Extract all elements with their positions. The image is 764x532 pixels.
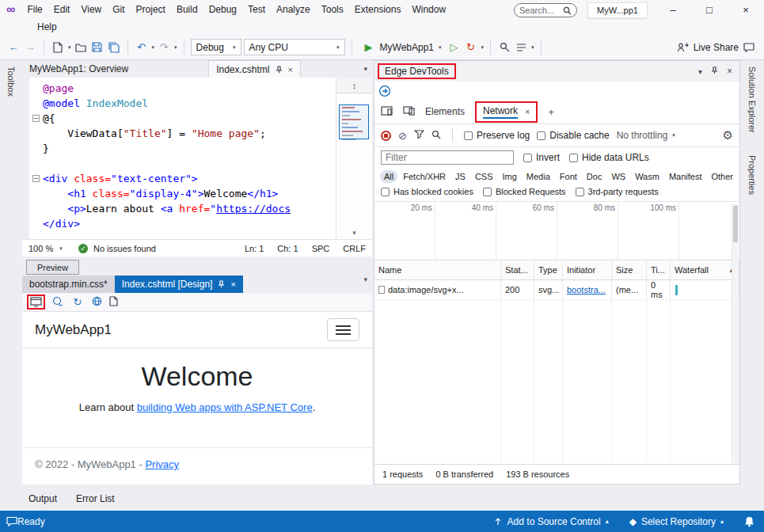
redo-icon[interactable]: ↷ — [157, 40, 171, 55]
tab-elements[interactable]: Elements — [425, 106, 465, 117]
undo-icon[interactable]: ↶ — [135, 40, 149, 55]
save-icon[interactable] — [90, 40, 105, 55]
menu-debug[interactable]: Debug — [203, 2, 242, 17]
source-file-icon[interactable] — [109, 295, 118, 310]
tab-list-caret-icon[interactable]: ▾ — [363, 65, 372, 73]
menu-file[interactable]: File — [21, 2, 48, 17]
feedback-button[interactable] — [0, 516, 17, 526]
configuration-dropdown[interactable]: Debug ▾ — [191, 39, 241, 55]
initiator-link[interactable]: bootstra... — [567, 285, 606, 294]
open-target-icon[interactable] — [378, 85, 391, 97]
code-editor[interactable]: @page@model IndexModel−@{ ViewData["Titl… — [22, 78, 372, 239]
pill-manifest[interactable]: Manifest — [665, 170, 706, 183]
checkbox-has-blocked-cookies[interactable]: Has blocked cookies — [381, 187, 473, 196]
notifications-button[interactable] — [744, 516, 754, 527]
pin-icon[interactable] — [711, 66, 718, 76]
column-header-type[interactable]: Type — [534, 260, 563, 279]
column-header-ti[interactable]: Ti... — [647, 260, 671, 279]
pin-icon[interactable] — [276, 66, 283, 74]
breakpoint-margin[interactable] — [22, 78, 29, 239]
column-header-name[interactable]: Name — [374, 260, 501, 279]
platform-dropdown[interactable]: Any CPU ▾ — [244, 39, 345, 55]
minimap-scrollbar[interactable]: ↕ ▾ — [336, 78, 372, 239]
tab-index-design[interactable]: Index.cshtml [Design] × — [115, 276, 243, 293]
window-position-caret-icon[interactable]: ▾ — [698, 67, 702, 76]
toggle-screencast-icon[interactable] — [381, 106, 393, 118]
line-ending-indicator[interactable]: CRLF — [343, 244, 366, 253]
minimize-button[interactable]: – — [655, 0, 691, 19]
navigate-forward-button[interactable]: → — [23, 40, 37, 55]
new-file-caret-icon[interactable]: ▾ — [68, 44, 71, 51]
new-file-icon[interactable] — [51, 40, 65, 55]
select-repository-button[interactable]: ◆ Select Repository ▴ — [629, 516, 724, 527]
feedback-icon[interactable] — [743, 42, 754, 52]
hamburger-menu-button[interactable] — [327, 318, 359, 341]
site-brand-link[interactable]: MyWebApp1 — [35, 322, 112, 338]
pill-ws[interactable]: WS — [607, 170, 629, 183]
close-button[interactable]: × — [728, 0, 764, 19]
network-request-row[interactable]: data:image/svg+x...200svg...bootstra...(… — [374, 280, 739, 300]
menu-edit[interactable]: Edit — [48, 2, 76, 17]
close-tab-icon[interactable]: × — [525, 107, 530, 116]
tab-list-caret-icon[interactable]: ▾ — [363, 276, 372, 293]
menu-test[interactable]: Test — [242, 2, 271, 17]
properties-tab[interactable]: Properties — [747, 155, 757, 195]
pill-fetch-xhr[interactable]: Fetch/XHR — [399, 170, 450, 183]
preview-button[interactable]: Preview — [26, 260, 79, 275]
device-emulation-icon[interactable] — [403, 106, 415, 118]
close-tab-icon[interactable]: × — [288, 65, 293, 74]
pill-other[interactable]: Other — [707, 170, 737, 183]
docs-link[interactable]: building Web apps with ASP.NET Core — [137, 401, 313, 413]
search-network-icon[interactable] — [431, 130, 441, 142]
scrollbar-thumb[interactable] — [733, 206, 738, 242]
hot-reload-button[interactable]: ↻ — [464, 40, 478, 55]
document-outline-caret-icon[interactable]: ▾ — [531, 44, 534, 51]
spaces-indicator[interactable]: SPC — [312, 244, 330, 253]
toolbox-tab[interactable]: Toolbox — [6, 66, 16, 511]
pill-doc[interactable]: Doc — [583, 170, 606, 183]
tab-error-list[interactable]: Error List — [76, 493, 115, 504]
pill-font[interactable]: Font — [556, 170, 581, 183]
find-in-files-icon[interactable] — [497, 40, 511, 55]
fold-toggle-icon[interactable]: − — [32, 175, 40, 182]
menu-analyze[interactable]: Analyze — [271, 2, 316, 17]
pill-js[interactable]: JS — [451, 170, 469, 183]
refresh-icon[interactable]: ↻ — [70, 294, 85, 310]
record-network-log-button[interactable] — [381, 131, 391, 141]
filter-toggle-icon[interactable] — [414, 130, 424, 141]
pill-all[interactable]: All — [380, 170, 397, 183]
request-initiator-cell[interactable]: bootstra... — [563, 280, 612, 299]
throttling-dropdown[interactable]: No throttling ▾ — [617, 130, 675, 141]
disable-cache-checkbox[interactable]: Disable cache — [537, 130, 609, 141]
document-outline-icon[interactable] — [514, 40, 528, 55]
navigate-back-button[interactable]: ← — [6, 40, 21, 55]
live-share-button[interactable]: Live Share — [677, 42, 758, 53]
network-filter-input[interactable] — [381, 150, 514, 165]
undo-caret-icon[interactable]: ▾ — [152, 44, 155, 51]
start-debugging-button[interactable]: ▶ MyWebApp1 ▾ — [359, 40, 445, 55]
close-panel-icon[interactable]: × — [727, 66, 732, 77]
menu-project[interactable]: Project — [131, 2, 171, 17]
menu-help[interactable]: Help — [32, 20, 63, 34]
pin-icon[interactable] — [218, 280, 225, 288]
menu-view[interactable]: View — [75, 2, 107, 17]
open-in-browser-icon[interactable] — [30, 297, 42, 307]
open-folder-icon[interactable] — [74, 40, 88, 55]
tab-bootstrap-css[interactable]: bootstrap.min.css* — [22, 276, 115, 293]
pill-img[interactable]: Img — [499, 170, 521, 183]
start-without-debugging-button[interactable]: ▷ — [447, 40, 462, 55]
preserve-log-checkbox[interactable]: Preserve log — [464, 130, 530, 141]
hide-data-urls-checkbox[interactable]: Hide data URLs — [569, 152, 649, 163]
column-header-stat[interactable]: Stat... — [501, 260, 534, 279]
checkbox-3rd-party-requests[interactable]: 3rd-party requests — [576, 187, 659, 196]
column-header-initiator[interactable]: Initiator — [563, 260, 612, 279]
menu-window[interactable]: Window — [406, 2, 451, 17]
pill-css[interactable]: CSS — [471, 170, 497, 183]
scroll-down-icon[interactable]: ▾ — [336, 229, 372, 237]
timeline-ruler[interactable]: 20 ms40 ms60 ms80 ms100 ms — [374, 202, 739, 260]
request-name-cell[interactable]: data:image/svg+x... — [374, 280, 501, 299]
invert-checkbox[interactable]: Invert — [523, 152, 560, 163]
solution-explorer-tab[interactable]: Solution Explorer — [747, 66, 757, 133]
split-editor-handle[interactable]: ↕ — [336, 78, 372, 93]
menu-extensions[interactable]: Extensions — [349, 2, 407, 17]
